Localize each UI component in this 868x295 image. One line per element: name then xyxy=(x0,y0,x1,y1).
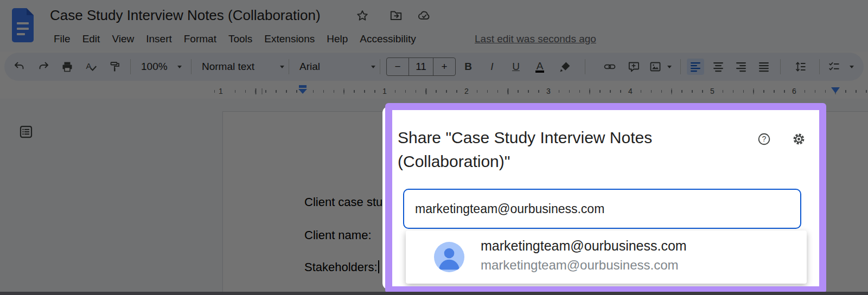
share-dialog-title: Share "Case Study Interview Notes (Colla… xyxy=(398,126,723,174)
suggestion-name: marketingteam@ourbusiness.com xyxy=(481,238,687,254)
help-icon[interactable]: ? xyxy=(757,132,771,146)
share-email-input[interactable] xyxy=(403,189,801,229)
suggestion-email: marketingteam@ourbusiness.com xyxy=(481,258,679,273)
gear-icon[interactable] xyxy=(792,132,806,146)
email-suggestion-item[interactable]: marketingteam@ourbusiness.com marketingt… xyxy=(406,230,807,284)
svg-text:?: ? xyxy=(762,134,767,143)
screen-bottom-edge xyxy=(0,292,868,295)
share-dialog: Share "Case Study Interview Notes (Colla… xyxy=(382,106,822,290)
google-docs-window: Case Study Interview Notes (Collaboratio… xyxy=(0,0,868,295)
avatar xyxy=(434,242,464,272)
